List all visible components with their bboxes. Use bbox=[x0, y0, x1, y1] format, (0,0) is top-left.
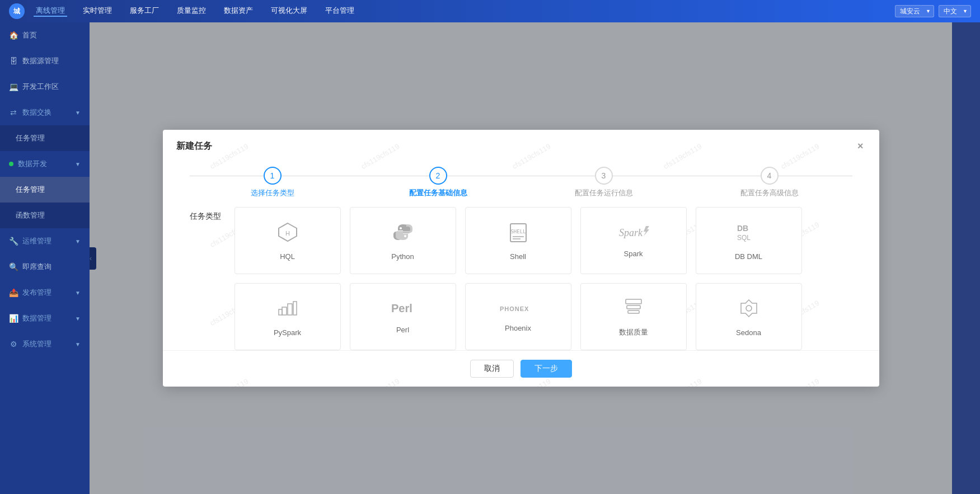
app-logo: 城 bbox=[9, 3, 25, 19]
python-icon bbox=[392, 221, 414, 246]
task-card-hql[interactable]: H HQL bbox=[235, 207, 341, 274]
sidebar-label-workspace: 开发工作区 bbox=[22, 82, 59, 92]
step-4: 4 配置任务高级信息 bbox=[687, 167, 852, 198]
hql-icon: H bbox=[276, 221, 299, 246]
nav-item-realtime[interactable]: 实时管理 bbox=[81, 6, 114, 17]
chevron-down-icon-5: ▼ bbox=[75, 316, 81, 322]
create-task-modal: cfs119cfs119 cfs119cfs119 cfs119cfs119 c… bbox=[163, 130, 879, 387]
task-card-python[interactable]: Python bbox=[350, 207, 456, 274]
modal-close-button[interactable]: × bbox=[855, 139, 866, 153]
nav-items: 离线管理 实时管理 服务工厂 质量监控 数据资产 可视化大屏 平台管理 bbox=[34, 6, 895, 17]
step-3-label: 配置任务运行信息 bbox=[575, 188, 633, 198]
dataquality-icon bbox=[622, 296, 645, 321]
sidebar-item-query[interactable]: 🔍 即席查询 bbox=[0, 254, 90, 280]
svg-text:SHELL: SHELL bbox=[510, 229, 526, 234]
step-3-circle: 3 bbox=[595, 167, 613, 185]
task-card-dataquality[interactable]: 数据质量 bbox=[580, 283, 687, 350]
dbdml-icon: DB SQL bbox=[735, 221, 763, 246]
sidebar: 🏠 首页 🗄 数据源管理 💻 开发工作区 ⇄ 数据交换 ▼ 任务管理 数据开发 … bbox=[0, 22, 90, 494]
svg-text:PHONEX: PHONEX bbox=[500, 305, 529, 312]
sidebar-item-task-mgmt-active[interactable]: 任务管理 bbox=[0, 177, 90, 203]
step-1: 1 选择任务类型 bbox=[190, 167, 355, 198]
nav-right: 城安云 中文 bbox=[895, 5, 971, 17]
nav-item-quality[interactable]: 质量监控 bbox=[175, 6, 208, 17]
sidebar-label-datasource: 数据源管理 bbox=[22, 56, 59, 66]
shell-icon: SHELL bbox=[507, 221, 529, 246]
svg-text:Spark: Spark bbox=[619, 227, 643, 238]
sidebar-item-datasource[interactable]: 🗄 数据源管理 bbox=[0, 48, 90, 74]
svg-rect-15 bbox=[293, 302, 297, 315]
sidebar-item-publish-mgmt[interactable]: 📤 发布管理 ▼ bbox=[0, 280, 90, 305]
modal-overlay: cfs119cfs119 cfs119cfs119 cfs119cfs119 c… bbox=[90, 22, 952, 494]
tenant-select-input[interactable]: 城安云 bbox=[895, 5, 934, 17]
sidebar-item-task-mgmt-exchange[interactable]: 任务管理 bbox=[0, 125, 90, 151]
language-select-input[interactable]: 中文 bbox=[939, 5, 971, 17]
dbdml-label: DB DML bbox=[735, 252, 762, 261]
python-label: Python bbox=[391, 252, 414, 261]
perl-label: Perl bbox=[396, 326, 409, 334]
phoenix-label: Phoenix bbox=[505, 324, 531, 332]
spark-icon: Spark bbox=[617, 224, 650, 243]
task-type-grid: H HQL bbox=[235, 207, 852, 350]
sidebar-label-data-exchange: 数据交换 bbox=[22, 107, 51, 117]
task-card-shell[interactable]: SHELL Shell bbox=[465, 207, 571, 274]
task-card-perl[interactable]: Perl Perl bbox=[350, 283, 456, 350]
task-card-pyspark[interactable]: PySpark bbox=[235, 283, 341, 350]
sidebar-item-function-mgmt[interactable]: 函数管理 bbox=[0, 203, 90, 228]
svg-rect-19 bbox=[627, 305, 640, 309]
sidebar-label-query: 即席查询 bbox=[22, 262, 51, 272]
sidebar-label-data-mgmt: 数据管理 bbox=[22, 313, 51, 323]
svg-point-3 bbox=[404, 235, 406, 237]
ops-icon: 🔧 bbox=[9, 237, 18, 246]
sidebar-label-task-exchange: 任务管理 bbox=[16, 133, 45, 143]
language-selector[interactable]: 中文 bbox=[939, 5, 971, 17]
sidebar-label-function: 函数管理 bbox=[16, 210, 45, 220]
svg-rect-12 bbox=[288, 304, 292, 315]
nav-item-data-assets[interactable]: 数据资产 bbox=[222, 6, 255, 17]
workspace-icon: 💻 bbox=[9, 82, 18, 91]
search-icon: 🔍 bbox=[9, 262, 18, 271]
next-button[interactable]: 下一步 bbox=[521, 360, 572, 378]
svg-rect-20 bbox=[628, 310, 639, 313]
publish-icon: 📤 bbox=[9, 288, 18, 297]
step-2: 2 配置任务基础信息 bbox=[355, 167, 521, 198]
nav-item-service[interactable]: 服务工厂 bbox=[128, 6, 161, 17]
task-card-spark[interactable]: Spark Spark bbox=[580, 207, 687, 274]
shell-label: Shell bbox=[510, 252, 526, 261]
task-card-dbdml[interactable]: DB SQL DB DML bbox=[696, 207, 802, 274]
home-icon: 🏠 bbox=[9, 31, 18, 40]
step-1-circle: 1 bbox=[264, 167, 282, 185]
svg-text:SQL: SQL bbox=[737, 234, 751, 242]
hql-label: HQL bbox=[280, 252, 295, 261]
tenant-selector[interactable]: 城安云 bbox=[895, 5, 934, 17]
settings-icon: ⚙ bbox=[9, 340, 18, 349]
sidebar-item-workspace[interactable]: 💻 开发工作区 bbox=[0, 74, 90, 100]
spark-label: Spark bbox=[624, 250, 643, 258]
task-card-phoenix[interactable]: PHONEX Phoenix bbox=[465, 283, 571, 350]
sidebar-item-data-exchange[interactable]: ⇄ 数据交换 ▼ bbox=[0, 100, 90, 125]
cancel-button[interactable]: 取消 bbox=[470, 360, 514, 378]
sidebar-item-home[interactable]: 🏠 首页 bbox=[0, 22, 90, 48]
chevron-down-icon-4: ▼ bbox=[75, 290, 81, 296]
sidebar-sub-exchange: 任务管理 bbox=[0, 125, 90, 151]
sidebar-item-data-dev[interactable]: 数据开发 ▼ bbox=[0, 151, 90, 177]
sidebar-item-data-mgmt[interactable]: 📊 数据管理 ▼ bbox=[0, 305, 90, 331]
sidebar-item-ops-mgmt[interactable]: 🔧 运维管理 ▼ bbox=[0, 228, 90, 254]
nav-item-offline[interactable]: 离线管理 bbox=[34, 6, 67, 17]
task-card-sedona[interactable]: Sedona bbox=[696, 283, 802, 350]
sidebar-label-task-active: 任务管理 bbox=[16, 185, 45, 195]
step-4-circle: 4 bbox=[761, 167, 779, 185]
chevron-down-icon-6: ▼ bbox=[75, 341, 81, 347]
svg-point-2 bbox=[400, 227, 402, 229]
chevron-down-icon: ▼ bbox=[75, 110, 81, 116]
nav-item-platform[interactable]: 平台管理 bbox=[323, 6, 357, 17]
pyspark-label: PySpark bbox=[274, 328, 301, 337]
sedona-label: Sedona bbox=[736, 328, 761, 337]
sidebar-item-sys-mgmt[interactable]: ⚙ 系统管理 ▼ bbox=[0, 331, 90, 357]
modal-header: 新建任务 × bbox=[163, 130, 879, 153]
sedona-icon bbox=[738, 297, 760, 322]
steps-container: 1 选择任务类型 2 配置任务基础信息 3 配置任务运行信息 4 bbox=[163, 153, 879, 207]
svg-text:Perl: Perl bbox=[391, 302, 412, 314]
top-navigation: 城 离线管理 实时管理 服务工厂 质量监控 数据资产 可视化大屏 平台管理 城安… bbox=[0, 0, 980, 22]
nav-item-visualization[interactable]: 可视化大屏 bbox=[269, 6, 310, 17]
